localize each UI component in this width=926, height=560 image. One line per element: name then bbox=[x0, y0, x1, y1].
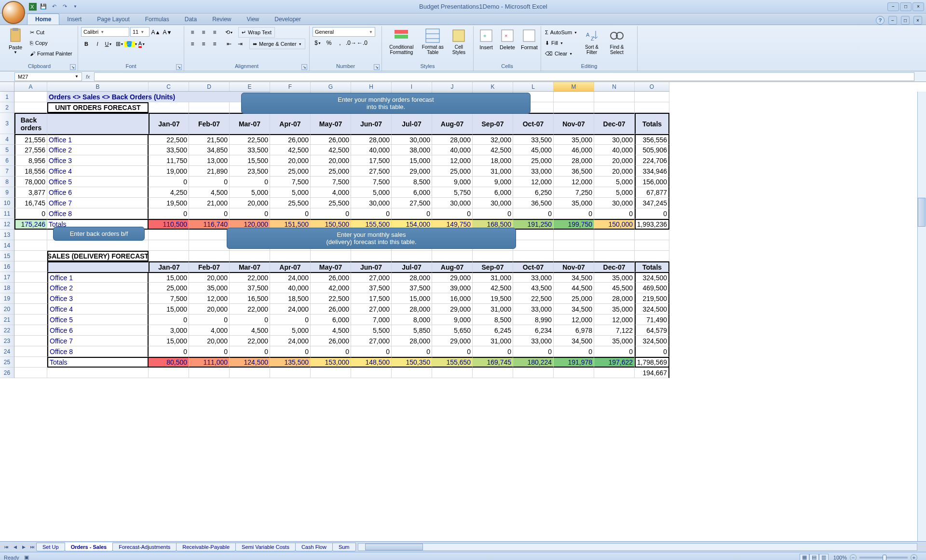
cell[interactable]: Mar-07 bbox=[230, 113, 270, 134]
cell[interactable]: 26,000 bbox=[311, 134, 351, 145]
cell[interactable]: May-07 bbox=[311, 113, 351, 134]
cell[interactable] bbox=[14, 230, 47, 240]
fx-icon[interactable]: fx bbox=[86, 74, 90, 80]
cell[interactable]: Aug-07 bbox=[432, 113, 473, 134]
cell[interactable]: 0 bbox=[473, 346, 513, 357]
cell[interactable]: 0 bbox=[635, 346, 669, 357]
cell[interactable]: 33,500 bbox=[149, 145, 189, 155]
cell[interactable] bbox=[149, 102, 189, 113]
cell[interactable]: 0 bbox=[149, 346, 189, 357]
sheet-tab[interactable]: Semi Variable Costs bbox=[235, 543, 296, 551]
cell[interactable]: 7,122 bbox=[594, 325, 635, 336]
cell[interactable]: 194,667 bbox=[635, 368, 669, 378]
cell[interactable]: 20,000 bbox=[189, 336, 230, 346]
cell[interactable]: 8,990 bbox=[513, 314, 554, 325]
cell[interactable]: Jan-07 bbox=[149, 261, 189, 272]
col-header-N[interactable]: N bbox=[594, 82, 635, 91]
cell[interactable]: 15,000 bbox=[149, 272, 189, 283]
cell[interactable]: 0 bbox=[513, 208, 554, 219]
cell[interactable]: 0 bbox=[311, 208, 351, 219]
format-cells-button[interactable]: Format bbox=[519, 27, 540, 51]
cell[interactable]: 45,500 bbox=[594, 283, 635, 293]
cell[interactable] bbox=[392, 368, 432, 378]
cell[interactable]: 27,000 bbox=[351, 272, 392, 283]
cell[interactable]: 33,000 bbox=[513, 336, 554, 346]
cell[interactable]: 42,500 bbox=[473, 283, 513, 293]
cell[interactable]: 15,000 bbox=[149, 336, 189, 346]
row-header-12[interactable]: 12 bbox=[0, 219, 14, 230]
cell[interactable]: Backorders bbox=[14, 113, 47, 134]
cell[interactable]: 28,000 bbox=[594, 293, 635, 304]
cell[interactable] bbox=[14, 92, 47, 102]
vertical-scrollbar[interactable] bbox=[917, 92, 926, 541]
cell[interactable]: 3,877 bbox=[14, 187, 47, 198]
cell[interactable]: 30,000 bbox=[594, 198, 635, 208]
cell[interactable]: Sep-07 bbox=[473, 113, 513, 134]
cell[interactable] bbox=[635, 92, 669, 102]
cell[interactable]: 46,000 bbox=[554, 145, 594, 155]
cell[interactable]: 219,500 bbox=[635, 293, 669, 304]
cell[interactable]: 6,000 bbox=[311, 314, 351, 325]
cell[interactable]: 15,000 bbox=[392, 293, 432, 304]
col-header-B[interactable]: B bbox=[47, 82, 149, 91]
cell[interactable] bbox=[554, 102, 594, 113]
cell[interactable]: 26,000 bbox=[311, 336, 351, 346]
cell[interactable] bbox=[189, 240, 230, 251]
row-header-9[interactable]: 9 bbox=[0, 187, 14, 198]
cell[interactable]: 26,000 bbox=[270, 134, 311, 145]
cell[interactable]: 3,000 bbox=[149, 325, 189, 336]
cell[interactable]: 7,500 bbox=[351, 177, 392, 187]
cell[interactable]: 7,500 bbox=[311, 177, 351, 187]
cell[interactable]: 20,000 bbox=[594, 155, 635, 166]
grow-font-button[interactable]: A▲ bbox=[150, 27, 161, 38]
cell[interactable]: 0 bbox=[230, 314, 270, 325]
tab-pagelayout[interactable]: Page Layout bbox=[89, 14, 137, 25]
cell[interactable]: 324,500 bbox=[635, 304, 669, 314]
cell[interactable]: 0 bbox=[230, 208, 270, 219]
cell[interactable]: 40,000 bbox=[594, 145, 635, 155]
cell[interactable]: 28,000 bbox=[392, 336, 432, 346]
cell[interactable]: 0 bbox=[14, 208, 47, 219]
sheet-tab[interactable]: Sum bbox=[332, 543, 356, 551]
cell[interactable]: 8,500 bbox=[473, 314, 513, 325]
cell[interactable]: 324,500 bbox=[635, 272, 669, 283]
row-header-22[interactable]: 22 bbox=[0, 325, 14, 336]
row-header-10[interactable]: 10 bbox=[0, 198, 14, 208]
col-header-D[interactable]: D bbox=[189, 82, 230, 91]
cell[interactable]: 5,850 bbox=[392, 325, 432, 336]
find-select-button[interactable]: Find & Select bbox=[605, 27, 628, 56]
cell[interactable]: 16,000 bbox=[432, 293, 473, 304]
save-icon[interactable]: 💾 bbox=[40, 3, 47, 11]
cell[interactable] bbox=[594, 251, 635, 261]
align-right-button[interactable]: ≡ bbox=[209, 39, 220, 49]
cell[interactable]: Feb-07 bbox=[189, 261, 230, 272]
merge-center-button[interactable]: ⬌Merge & Center▼ bbox=[249, 39, 305, 49]
cell[interactable]: 12,000 bbox=[189, 293, 230, 304]
cell[interactable]: 11,750 bbox=[149, 155, 189, 166]
cell[interactable]: 1,993,236 bbox=[635, 219, 669, 230]
cell[interactable]: 0 bbox=[149, 177, 189, 187]
cell[interactable]: Office 5 bbox=[47, 314, 149, 325]
cell[interactable]: Office 5 bbox=[47, 177, 149, 187]
cell[interactable]: 15,000 bbox=[392, 155, 432, 166]
cell[interactable] bbox=[635, 240, 669, 251]
vscroll-thumb[interactable] bbox=[918, 198, 926, 227]
cell[interactable]: 7,500 bbox=[149, 293, 189, 304]
tab-home[interactable]: Home bbox=[27, 14, 59, 25]
cell[interactable]: 4,250 bbox=[149, 187, 189, 198]
col-header-L[interactable]: L bbox=[513, 82, 554, 91]
tab-nav-prev[interactable]: ◀ bbox=[11, 543, 19, 551]
cell[interactable]: 28,000 bbox=[392, 304, 432, 314]
cell[interactable]: 12,000 bbox=[554, 314, 594, 325]
cell[interactable]: 0 bbox=[230, 177, 270, 187]
cell[interactable]: 21,890 bbox=[189, 166, 230, 177]
cell[interactable]: 45,000 bbox=[513, 145, 554, 155]
decrease-decimal-button[interactable]: ←.0 bbox=[357, 38, 368, 48]
cell[interactable]: 32,000 bbox=[473, 134, 513, 145]
cell[interactable]: 25,500 bbox=[311, 198, 351, 208]
cell[interactable]: 17,500 bbox=[351, 293, 392, 304]
cell[interactable]: Feb-07 bbox=[189, 113, 230, 134]
cell[interactable]: 324,500 bbox=[635, 336, 669, 346]
comma-format-button[interactable]: , bbox=[335, 38, 345, 48]
cell[interactable]: SALES (DELIVERY) FORECAST bbox=[47, 251, 149, 261]
